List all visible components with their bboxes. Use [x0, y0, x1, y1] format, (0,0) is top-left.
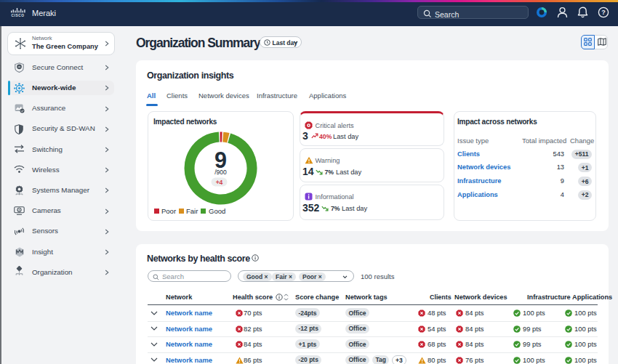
- svg-text:Good: Good: [209, 207, 225, 215]
- svg-text:Poor: Poor: [161, 207, 176, 215]
- svg-text:Fair: Fair: [186, 207, 198, 215]
- svg-text:?: ?: [601, 9, 606, 16]
- svg-text:+4: +4: [216, 179, 223, 186]
- svg-text:CISCO: CISCO: [11, 14, 24, 17]
- svg-text:/900: /900: [214, 169, 227, 176]
